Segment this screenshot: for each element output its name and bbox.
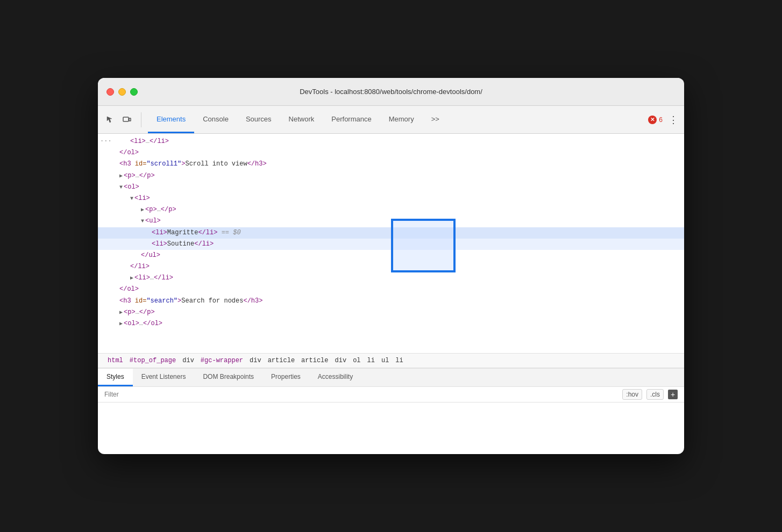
panel-tab-list: Styles Event Listeners DOM Breakpoints P…	[98, 369, 684, 387]
dots-button[interactable]: ···	[100, 136, 112, 147]
window-title: DevTools - localhost:8080/web/tools/chro…	[300, 88, 482, 96]
panel-tab-accessibility[interactable]: Accessibility	[309, 369, 361, 386]
toolbar: Elements Console Sources Network Perform…	[98, 106, 684, 134]
breadcrumb-li-2[interactable]: li	[392, 356, 406, 365]
tab-more[interactable]: >>	[423, 106, 448, 133]
panel-tab-event-listeners[interactable]: Event Listeners	[133, 369, 195, 386]
minimize-button[interactable]	[118, 88, 126, 96]
tree-line[interactable]: <h3 id="scroll1">Scroll into view</h3>	[98, 159, 684, 170]
tree-line[interactable]: ▼<li>	[98, 193, 684, 204]
dom-tree[interactable]: ··· <li>…</li> </ol> <h3 id="scroll1">Sc…	[98, 134, 684, 353]
titlebar: DevTools - localhost:8080/web/tools/chro…	[98, 78, 684, 106]
breadcrumb-html[interactable]: html	[104, 356, 126, 365]
tree-line[interactable]: ▶<p>…</p>	[98, 204, 684, 215]
toolbar-right: ✕ 6 ⋮	[648, 113, 680, 126]
breadcrumb-ul[interactable]: ul	[378, 356, 392, 365]
tree-line[interactable]: </ol>	[98, 147, 684, 159]
cls-button[interactable]: .cls	[646, 389, 664, 400]
breadcrumb-ol[interactable]: ol	[350, 356, 364, 365]
selected-tree-line[interactable]: <li>Magritte</li> == $0	[98, 227, 684, 239]
tree-line[interactable]: ▶<p>…</p>	[98, 307, 684, 318]
error-badge[interactable]: ✕ 6	[648, 116, 663, 124]
svg-rect-1	[129, 118, 131, 121]
breadcrumb-li-1[interactable]: li	[364, 356, 378, 365]
inspect-icon[interactable]	[102, 112, 117, 127]
tree-line[interactable]: <li>Soutine</li>	[98, 239, 684, 250]
hov-button[interactable]: :hov	[622, 389, 642, 400]
breadcrumb-div-1[interactable]: div	[179, 356, 197, 365]
breadcrumb-div-2[interactable]: div	[246, 356, 265, 365]
devtools-window: DevTools - localhost:8080/web/tools/chro…	[98, 78, 684, 454]
tree-line[interactable]: ··· <li>…</li>	[98, 136, 684, 147]
breadcrumb-top-of-page[interactable]: #top_of_page	[126, 356, 179, 365]
tab-sources[interactable]: Sources	[237, 106, 280, 133]
filter-input[interactable]	[104, 391, 622, 398]
close-button[interactable]	[106, 88, 114, 96]
tree-line[interactable]: </li>	[98, 261, 684, 272]
svg-rect-0	[123, 117, 129, 121]
main-content: ··· <li>…</li> </ol> <h3 id="scroll1">Sc…	[98, 134, 684, 454]
tree-line[interactable]: <h3 id="search">Search for nodes</h3>	[98, 296, 684, 307]
tree-line[interactable]: ▶<p>…</p>	[98, 170, 684, 182]
traffic-lights	[106, 88, 138, 96]
tab-elements[interactable]: Elements	[148, 106, 194, 133]
breadcrumb-article-1[interactable]: article	[265, 356, 298, 365]
tab-list: Elements Console Sources Network Perform…	[148, 106, 448, 133]
breadcrumb: html #top_of_page div #gc-wrapper div ar…	[98, 353, 684, 368]
panel-tab-styles[interactable]: Styles	[98, 369, 133, 386]
breadcrumb-gc-wrapper[interactable]: #gc-wrapper	[197, 356, 246, 365]
breadcrumb-div-3[interactable]: div	[332, 356, 350, 365]
tree-line[interactable]: </ul>	[98, 250, 684, 261]
panel-tab-properties[interactable]: Properties	[262, 369, 309, 386]
tab-memory[interactable]: Memory	[380, 106, 423, 133]
error-icon: ✕	[648, 116, 657, 124]
tree-line[interactable]: </ol>	[98, 284, 684, 295]
maximize-button[interactable]	[130, 88, 138, 96]
tab-console[interactable]: Console	[194, 106, 237, 133]
filter-bar: :hov .cls +	[98, 387, 684, 402]
add-style-rule-button[interactable]: +	[668, 390, 678, 399]
panel-tab-dom-breakpoints[interactable]: DOM Breakpoints	[194, 369, 262, 386]
tree-line[interactable]: ▼<ul>	[98, 215, 684, 227]
bottom-panel: Styles Event Listeners DOM Breakpoints P…	[98, 368, 684, 454]
tab-performance[interactable]: Performance	[323, 106, 380, 133]
tab-network[interactable]: Network	[280, 106, 323, 133]
breadcrumb-article-2[interactable]: article	[298, 356, 331, 365]
tree-line[interactable]: ▶<li>…</li>	[98, 272, 684, 284]
filter-buttons: :hov .cls +	[622, 389, 678, 400]
more-menu-button[interactable]: ⋮	[667, 113, 680, 126]
toolbar-icons	[102, 112, 141, 127]
tree-line[interactable]: ▼<ol>	[98, 182, 684, 193]
tree-line[interactable]: ▶<ol>…</ol>	[98, 318, 684, 329]
device-icon[interactable]	[119, 112, 134, 127]
